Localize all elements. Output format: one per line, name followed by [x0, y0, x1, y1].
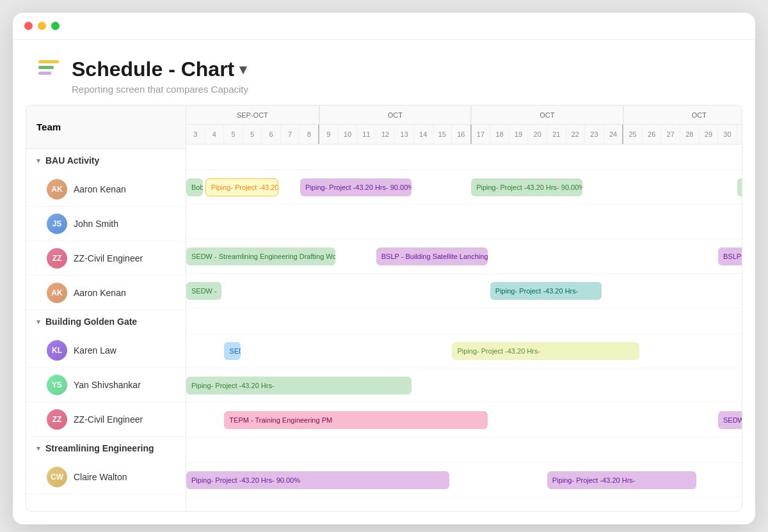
gantt-bar[interactable]: Piping- Project -43.20 Hrs- 90.00% [471, 178, 582, 196]
day-cell: 13 [395, 125, 414, 144]
timeline-days: 3455678910111213141516171819202122232425… [186, 125, 742, 144]
day-cell: 7 [281, 125, 300, 144]
gantt-row-claire: Piping- Project -43.20 Hrs- 90.00%Piping… [186, 463, 742, 497]
gantt-bar[interactable]: SED [224, 342, 241, 360]
gantt-row-yan: Piping- Project -43.20 Hrs- [186, 368, 742, 403]
gantt-row-john [186, 205, 742, 239]
gantt-bar[interactable]: Piping- Project -43.20 Hrs- 90.00% [186, 471, 449, 489]
header-icon [38, 60, 59, 75]
gantt-scroll-area[interactable]: SEP-OCT OCT OCT O [186, 106, 742, 511]
gantt-group-bgg [186, 308, 742, 334]
gantt-bar[interactable]: Pipi [737, 178, 742, 196]
member-name: Yan Shivshankar [74, 380, 141, 390]
gantt-bar[interactable]: Piping- Project -43.20 Hrs- 90.00% [300, 178, 412, 196]
gantt-bar[interactable]: Piping- Project -43.20 Hrs- [186, 377, 412, 395]
header-text: Schedule - Chart ▾ Reporting screen that… [72, 58, 248, 95]
member-name: ZZ-Civil Engineer [74, 253, 143, 263]
day-cell: 29 [700, 125, 719, 144]
day-cell: 24 [604, 125, 624, 144]
day-cell: 12 [376, 125, 396, 144]
avatar: YS [47, 375, 67, 395]
day-cell: 5 [224, 125, 243, 144]
day-cell: 30 [718, 125, 737, 144]
day-cell: 23 [585, 125, 604, 144]
member-zz-civil-2: ZZ ZZ-Civil Engineer [26, 402, 186, 437]
day-cell: 10 [339, 125, 358, 144]
chevron-icon: ▾ [36, 157, 40, 165]
timeline-months: SEP-OCT OCT OCT O [186, 106, 742, 125]
chevron-icon: ▾ [36, 318, 40, 326]
day-cell: 22 [566, 125, 586, 144]
avatar: KL [47, 340, 67, 361]
day-cell: 11 [357, 125, 376, 144]
gantt-bar[interactable]: Piping- Project -43.20 Hrs- [205, 178, 279, 196]
day-cell: 31 [737, 125, 742, 144]
day-cell: 15 [433, 125, 452, 144]
month-oct-3: OCT [623, 106, 742, 124]
gantt-row-karen: SEDPiping- Project -43.20 Hrs- [186, 334, 742, 368]
day-cell: 6 [262, 125, 281, 144]
day-cell: 3 [186, 125, 205, 144]
team-sidebar: Team ▾ BAU Activity AK Aaron Kenan JS Jo… [26, 106, 186, 511]
member-name: Aaron Kenan [74, 288, 126, 298]
gantt-inner: SEP-OCT OCT OCT O [186, 106, 742, 497]
member-karen-law: KL Karen Law [26, 333, 186, 368]
avatar: AK [47, 283, 67, 303]
day-cell: 5 [243, 125, 262, 144]
gantt-wrapper: Team ▾ BAU Activity AK Aaron Kenan JS Jo… [26, 105, 742, 512]
gantt-bar[interactable]: BSLP - Building Satellite [718, 247, 742, 265]
avatar: CW [47, 467, 67, 487]
maximize-button[interactable] [51, 22, 60, 30]
group-label: Streamlining Engineering [45, 443, 154, 453]
gantt-bar[interactable]: Piping- Project -43.20 Hrs- [490, 282, 602, 300]
minimize-button[interactable] [38, 22, 46, 30]
page-header: Schedule - Chart ▾ Reporting screen that… [13, 40, 755, 105]
group-bau-activity[interactable]: ▾ BAU Activity [26, 149, 186, 172]
group-label: Building Golden Gate [45, 317, 137, 327]
close-button[interactable] [24, 22, 33, 30]
group-building-golden-gate[interactable]: ▾ Building Golden Gate [26, 310, 186, 333]
member-yan-shivshankar: YS Yan Shivshankar [26, 368, 186, 402]
month-sep-oct: SEP-OCT [186, 106, 319, 124]
member-aaron-kenan-2: AK Aaron Kenan [26, 276, 186, 310]
member-name: Aaron Kenan [74, 184, 126, 194]
member-zz-civil-1: ZZ ZZ-Civil Engineer [26, 241, 186, 276]
app-window: Schedule - Chart ▾ Reporting screen that… [13, 13, 755, 524]
gantt-group-bau [186, 145, 742, 170]
day-cell: 20 [528, 125, 547, 144]
month-oct-1: OCT [319, 106, 471, 124]
gantt-bar[interactable]: Piping- Project -43.20 Hrs- [452, 342, 639, 360]
member-aaron-kenan-1: AK Aaron Kenan [26, 172, 186, 207]
day-cell: 14 [414, 125, 433, 144]
gantt-group-se [186, 437, 742, 463]
member-name: John Smith [74, 219, 118, 229]
gantt-bar[interactable]: Piping- Project -43.20 Hrs- [547, 471, 696, 489]
day-cell: 19 [509, 125, 529, 144]
group-streamlining-engineering[interactable]: ▾ Streamlining Engineering [26, 437, 186, 460]
day-cell: 25 [623, 125, 643, 144]
avatar: AK [47, 179, 67, 199]
title-dropdown-button[interactable]: ▾ [239, 61, 246, 78]
gantt-row-zz2: TEPM - Training Engineering PMSEDW - St [186, 403, 742, 437]
day-cell: 21 [547, 125, 566, 144]
icon-line-3 [38, 72, 51, 75]
group-label: BAU Activity [45, 155, 99, 166]
gantt-row-aaron2: SEDW -Piping- Project -43.20 Hrs- [186, 274, 742, 308]
day-cell: 4 [205, 125, 225, 144]
gantt-bar[interactable]: SEDW - [186, 282, 221, 300]
page-title: Schedule - Chart ▾ [72, 58, 248, 81]
title-bar [13, 13, 755, 40]
day-cell: 28 [680, 125, 700, 144]
day-cell: 26 [643, 125, 662, 144]
gantt-bar[interactable]: TEPM - Training Engineering PM [224, 411, 487, 429]
icon-line-1 [38, 60, 59, 63]
member-claire-walton: CW Claire Walton [26, 460, 186, 494]
gantt-bar[interactable]: SEDW - St [718, 411, 742, 429]
gantt-row-aaron1: BobPiping- Project -43.20 Hrs-Piping- Pr… [186, 170, 742, 205]
team-header: Team [26, 106, 186, 149]
gantt-bar[interactable]: BSLP - Building Satellite Lanching [376, 247, 488, 265]
icon-line-2 [38, 66, 54, 69]
gantt-bar[interactable]: Bob [186, 178, 203, 196]
day-cell: 16 [452, 125, 472, 144]
gantt-bar[interactable]: SEDW - Streamlining Engineering Drafting… [186, 247, 335, 265]
